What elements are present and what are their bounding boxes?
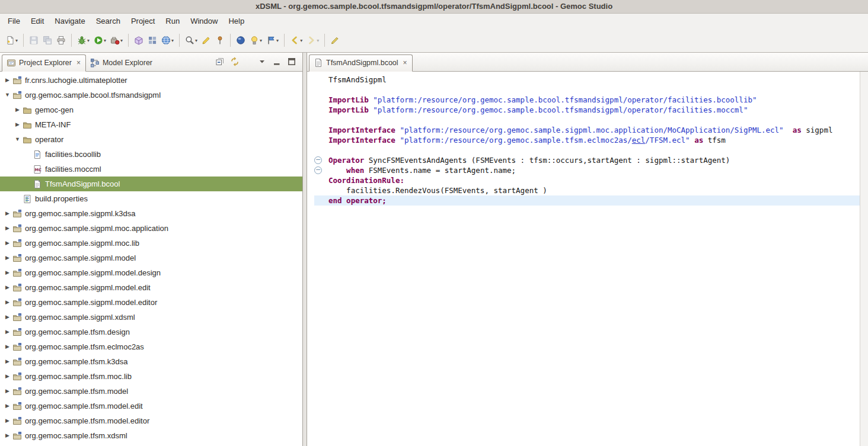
new-task-button[interactable]: ▾ [264,33,280,48]
close-icon[interactable]: × [76,59,81,66]
code-line-4[interactable]: ImportLib "platform:/resource/org.gemoc.… [314,105,868,115]
menu-help[interactable]: Help [223,15,250,27]
expand-arrow-icon[interactable]: ▶ [4,413,11,428]
tree-item-org.gemoc.sample.tfsm.k3dsa[interactable]: ▶org.gemoc.sample.tfsm.k3dsa [0,354,302,369]
tree-item-org.gemoc.sample.sigpml.moc.application[interactable]: ▶org.gemoc.sample.sigpml.moc.application [0,221,302,236]
fold-collapse-icon[interactable]: − [314,156,328,164]
view-menu-button[interactable] [257,56,267,67]
new-wizard-button[interactable]: ▾ [4,33,20,48]
code-line-13[interactable]: end operator; [314,195,860,206]
expand-arrow-icon[interactable]: ▶ [4,384,11,399]
open-web-browser-button[interactable]: ▾ [159,33,175,48]
tree-item-org.gemoc.sample.sigpml.xdsml[interactable]: ▶org.gemoc.sample.sigpml.xdsml [0,310,302,325]
tree-item-org.gemoc.sample.tfsm.model[interactable]: ▶org.gemoc.sample.tfsm.model [0,384,302,399]
menu-run[interactable]: Run [160,15,185,27]
code-line-10[interactable]: − when FSMEvents.name = startAgent.name; [314,165,868,175]
expand-arrow-icon[interactable]: ▶ [4,295,11,310]
collapse-all-button[interactable] [215,56,225,67]
maximize-button[interactable] [286,56,297,67]
expand-arrow-icon[interactable]: ▶ [4,428,11,443]
mark-occurrences-button[interactable] [200,33,213,48]
new-gemoc-project-button[interactable] [132,33,145,48]
code-line-1[interactable]: TfsmAndSigpml [314,75,868,85]
expand-arrow-icon[interactable]: ▶ [4,251,11,265]
tree-item-org.gemoc.sample.tfsm.xdsml[interactable]: ▶org.gemoc.sample.tfsm.xdsml [0,428,302,443]
tree-item-org.gemoc.sample.tfsm.model.editor[interactable]: ▶org.gemoc.sample.tfsm.model.editor [0,413,302,428]
link-with-editor-button[interactable] [229,56,240,67]
code-area[interactable]: TfsmAndSigpmlImportLib "platform:/resour… [307,72,868,446]
tree-item-build.properties[interactable]: build.properties [0,191,302,206]
run-button[interactable]: ▾ [92,33,108,48]
open-web-browser-dropdown-arrow-icon[interactable]: ▾ [171,38,174,43]
editor-tab-tfsmandsigpml[interactable]: TfsmAndSigpml.bcool × [309,54,413,72]
expand-arrow-icon[interactable]: ▶ [4,310,11,325]
tree-item-org.gemoc.sample.tfsm.model.edit[interactable]: ▶org.gemoc.sample.tfsm.model.edit [0,399,302,413]
debug-dropdown-arrow-icon[interactable]: ▾ [87,38,90,43]
expand-arrow-icon[interactable]: ▶ [4,221,11,236]
new-task-dropdown-arrow-icon[interactable]: ▾ [276,38,279,43]
code-line-3[interactable]: ImportLib "platform:/resource/org.gemoc.… [314,95,868,105]
tree-item-org.gemoc.sample.sigpml.moc.lib[interactable]: ▶org.gemoc.sample.sigpml.moc.lib [0,236,302,251]
code-line-8[interactable] [314,145,868,155]
external-tools-dropdown-arrow-icon[interactable]: ▾ [120,38,123,43]
new-plugin-project-button[interactable] [146,33,159,48]
expand-arrow-icon[interactable]: ▶ [4,325,11,339]
menu-project[interactable]: Project [126,15,160,27]
expand-arrow-icon[interactable]: ▶ [4,206,11,221]
tree-item-gemoc-gen[interactable]: ▶gemoc-gen [0,102,302,117]
expand-arrow-icon[interactable]: ▶ [4,399,11,413]
expand-arrow-icon[interactable]: ▶ [4,236,11,251]
forward-history-dropdown-arrow-icon[interactable]: ▾ [317,38,319,43]
pin-editor-button[interactable] [213,33,226,48]
tree-item-org.gemoc.sample.bcool.tfsmandsigpml[interactable]: ▼org.gemoc.sample.bcool.tfsmandsigpml [0,88,302,102]
code-line-11[interactable]: CoordinationRule: [314,175,868,185]
external-tools-button[interactable]: ▾ [108,33,125,48]
last-edit-location-button[interactable] [328,33,342,48]
menu-navigate[interactable]: Navigate [49,15,90,27]
expand-arrow-icon[interactable]: ▶ [4,339,11,354]
tree-item-facilities.moccml[interactable]: MCfacilities.moccml [0,162,302,177]
expand-arrow-icon[interactable]: ▶ [4,354,11,369]
expand-arrow-icon[interactable]: ▶ [14,102,21,117]
tree-item-org.gemoc.sample.sigpml.model.design[interactable]: ▶org.gemoc.sample.sigpml.model.design [0,265,302,280]
code-line-7[interactable]: ImportInterface "platform:/resource/org.… [314,135,868,145]
quick-access-dropdown-arrow-icon[interactable]: ▾ [260,38,262,43]
minimize-button[interactable] [272,56,282,67]
collapse-arrow-icon[interactable]: ▼ [14,132,21,147]
menu-window[interactable]: Window [185,15,223,27]
tree-item-facilities.bcoollib[interactable]: facilities.bcoollib [0,147,302,162]
fold-collapse-icon[interactable]: − [314,166,328,174]
expand-arrow-icon[interactable]: ▶ [14,117,21,132]
back-history-dropdown-arrow-icon[interactable]: ▾ [300,38,302,43]
expand-arrow-icon[interactable]: ▶ [4,280,11,295]
code-line-9[interactable]: −Operator SyncFSMEventsAndAgents (FSMEve… [314,155,868,165]
tree-item-org.gemoc.sample.sigpml.model.edit[interactable]: ▶org.gemoc.sample.sigpml.model.edit [0,280,302,295]
expand-arrow-icon[interactable]: ▶ [4,369,11,384]
run-dropdown-arrow-icon[interactable]: ▾ [104,38,106,43]
code-line-12[interactable]: facilities.RendezVous(FSMEvents, startAg… [314,185,868,195]
new-wizard-dropdown-arrow-icon[interactable]: ▾ [15,38,18,43]
menu-search[interactable]: Search [91,15,126,27]
quick-access-button[interactable]: ▾ [248,33,264,48]
menu-file[interactable]: File [2,15,25,27]
code-line-2[interactable] [314,85,868,95]
code-line-6[interactable]: ImportInterface "platform:/resource/org.… [314,125,868,135]
tree-item-org.gemoc.sample.tfsm.moc.lib[interactable]: ▶org.gemoc.sample.tfsm.moc.lib [0,369,302,384]
tab-project-explorer[interactable]: Project Explorer × [2,54,86,72]
expand-arrow-icon[interactable]: ▶ [4,73,11,88]
tree-item-operator[interactable]: ▼operator [0,132,302,147]
collapse-arrow-icon[interactable]: ▼ [4,88,11,102]
tab-model-explorer[interactable]: Model Explorer [86,55,157,71]
tree-item-org.gemoc.sample.sigpml.model[interactable]: ▶org.gemoc.sample.sigpml.model [0,251,302,265]
tree-item-org.gemoc.sample.tfsm.design[interactable]: ▶org.gemoc.sample.tfsm.design [0,325,302,339]
print-button[interactable] [55,33,68,48]
tree-item-org.gemoc.sample.sigpml.k3dsa[interactable]: ▶org.gemoc.sample.sigpml.k3dsa [0,206,302,221]
open-type-button[interactable] [234,33,247,48]
debug-button[interactable]: ▾ [75,33,91,48]
menu-edit[interactable]: Edit [25,15,49,27]
overview-ruler[interactable] [860,72,868,446]
tree-item-fr.cnrs.luchogie.ultimateplotter[interactable]: ▶fr.cnrs.luchogie.ultimateplotter [0,73,302,88]
tree-item-META-INF[interactable]: ▶META-INF [0,117,302,132]
search-button[interactable]: ▾ [183,33,199,48]
back-history-button[interactable]: ▾ [288,33,304,48]
